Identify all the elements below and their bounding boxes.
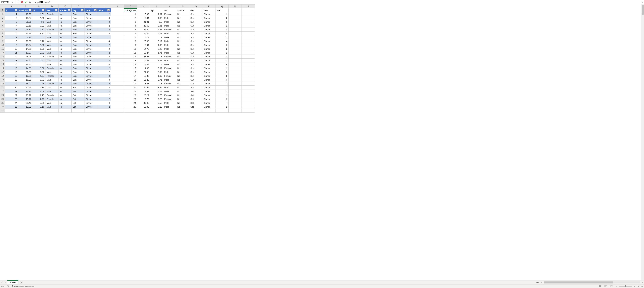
- cell[interactable]: [32, 109, 45, 112]
- grid-cell[interactable]: 2: [216, 66, 228, 70]
- cell[interactable]: [124, 109, 137, 112]
- cell[interactable]: [228, 39, 242, 43]
- table-cell[interactable]: 3: [98, 74, 111, 78]
- grid-cell[interactable]: No: [58, 36, 72, 39]
- spill-cell[interactable]: 17.92: [137, 90, 150, 93]
- table-cell[interactable]: 18: [5, 78, 18, 82]
- grid-cell[interactable]: 1.57: [32, 59, 46, 63]
- table-cell[interactable]: Female: [46, 28, 58, 31]
- grid-cell[interactable]: 2: [98, 105, 111, 109]
- table-cell[interactable]: 2: [98, 93, 111, 97]
- grid-cell[interactable]: [111, 43, 124, 47]
- table-cell[interactable]: Sun: [72, 32, 84, 35]
- spill-cell[interactable]: 1.71: [150, 51, 163, 55]
- spill-cell[interactable]: 14.78: [137, 47, 150, 51]
- grid-cell[interactable]: [228, 109, 242, 113]
- grid-cell[interactable]: 3: [124, 20, 137, 24]
- table-cell[interactable]: 2: [98, 59, 111, 62]
- grid-cell[interactable]: 3: [98, 20, 111, 24]
- spill-cell[interactable]: 4: [216, 55, 228, 58]
- spill-header-cell[interactable]: day: [189, 9, 202, 12]
- table-cell[interactable]: Female: [46, 97, 58, 101]
- grid-cell[interactable]: 2: [98, 47, 111, 51]
- spill-cell[interactable]: Sat: [189, 97, 202, 101]
- grid-cell[interactable]: Dinner: [85, 90, 98, 93]
- table-cell[interactable]: Dinner: [85, 16, 98, 20]
- cell[interactable]: [242, 63, 254, 66]
- grid-cell[interactable]: tip: [150, 9, 163, 12]
- grid-cell[interactable]: Sun: [72, 47, 85, 51]
- spill-cell[interactable]: 2: [216, 47, 228, 51]
- spill-header-cell[interactable]: smoker: [176, 9, 189, 12]
- grid-cell[interactable]: 1.67: [150, 74, 163, 78]
- grid-cell[interactable]: Male: [163, 43, 176, 47]
- table-cell[interactable]: 21: [5, 90, 18, 93]
- grid-cell[interactable]: Dinner: [85, 24, 98, 28]
- column-header-C[interactable]: C: [32, 5, 46, 9]
- spill-cell[interactable]: 3.02: [150, 66, 163, 70]
- spill-cell[interactable]: Dinner: [202, 101, 215, 105]
- grid-cell[interactable]: 15: [124, 66, 137, 70]
- filter-dropdown-icon[interactable]: [29, 9, 31, 12]
- table-cell[interactable]: 2: [98, 70, 111, 74]
- spill-cell[interactable]: Sun: [189, 47, 202, 51]
- grid-cell[interactable]: Sun: [189, 12, 202, 16]
- table-cell[interactable]: 4: [5, 24, 18, 28]
- table-cell[interactable]: No: [58, 97, 72, 101]
- grid-cell[interactable]: No: [58, 78, 72, 82]
- spill-cell[interactable]: 10.33: [137, 74, 150, 78]
- grid-cell[interactable]: 14.78: [18, 47, 32, 51]
- grid-cell[interactable]: [111, 20, 124, 24]
- grid-cell[interactable]: Male: [163, 47, 176, 51]
- grid-cell[interactable]: 10: [5, 47, 18, 51]
- grid-cell[interactable]: Sun: [189, 47, 202, 51]
- grid-cell[interactable]: [111, 9, 124, 12]
- table-cell[interactable]: Male: [46, 63, 58, 66]
- table-cell[interactable]: Sun: [72, 55, 84, 58]
- cell[interactable]: [111, 97, 124, 101]
- table-cell[interactable]: No: [58, 101, 72, 105]
- row-header-2[interactable]: 2: [0, 12, 5, 16]
- grid-cell[interactable]: 1.67: [32, 74, 46, 78]
- spill-cell[interactable]: Dinner: [202, 24, 215, 28]
- table-cell[interactable]: 3.23: [32, 47, 45, 51]
- grid-cell[interactable]: Sun: [189, 39, 202, 43]
- spill-cell[interactable]: 15: [124, 66, 137, 70]
- grid-cell[interactable]: 3.23: [32, 47, 46, 51]
- spill-cell[interactable]: Dinner: [202, 43, 215, 47]
- cell[interactable]: [111, 63, 124, 66]
- grid-cell[interactable]: No: [176, 20, 189, 24]
- spill-cell[interactable]: Sat: [189, 93, 202, 97]
- cell[interactable]: [111, 9, 124, 12]
- grid-cell[interactable]: 3.12: [32, 39, 46, 43]
- cell[interactable]: [137, 109, 150, 112]
- cell[interactable]: [111, 105, 124, 109]
- grid-cell[interactable]: [228, 59, 242, 63]
- grid-cell[interactable]: No: [176, 16, 189, 20]
- grid-cell[interactable]: 4: [124, 24, 137, 28]
- filter-dropdown-icon[interactable]: [94, 9, 96, 12]
- table-cell[interactable]: 11: [5, 51, 18, 55]
- spill-cell[interactable]: No: [176, 63, 189, 66]
- grid-cell[interactable]: Sun: [189, 24, 202, 28]
- table-cell[interactable]: Sun: [72, 16, 84, 20]
- formula-input-wrap[interactable]: [33, 0, 641, 4]
- spill-cell[interactable]: 4: [216, 101, 228, 105]
- table-cell[interactable]: No: [58, 70, 72, 74]
- cell[interactable]: [228, 20, 242, 24]
- grid-cell[interactable]: Male: [163, 24, 176, 28]
- grid-cell[interactable]: Sat: [189, 90, 202, 93]
- spill-cell[interactable]: 3: [216, 78, 228, 82]
- grid-cell[interactable]: 24: [5, 101, 18, 105]
- cancel-button[interactable]: [20, 1, 24, 4]
- grid-cell[interactable]: 15.42: [18, 59, 32, 63]
- cell[interactable]: [111, 20, 124, 24]
- grid-cell[interactable]: Male: [46, 63, 58, 66]
- spill-cell[interactable]: 7.58: [150, 101, 163, 105]
- table-cell[interactable]: 2: [98, 51, 111, 55]
- grid-cell[interactable]: Sun: [189, 43, 202, 47]
- cell[interactable]: [242, 32, 254, 35]
- grid-cell[interactable]: 10: [124, 47, 137, 51]
- table-cell[interactable]: 2.75: [32, 93, 45, 97]
- spill-cell[interactable]: Male: [163, 101, 176, 105]
